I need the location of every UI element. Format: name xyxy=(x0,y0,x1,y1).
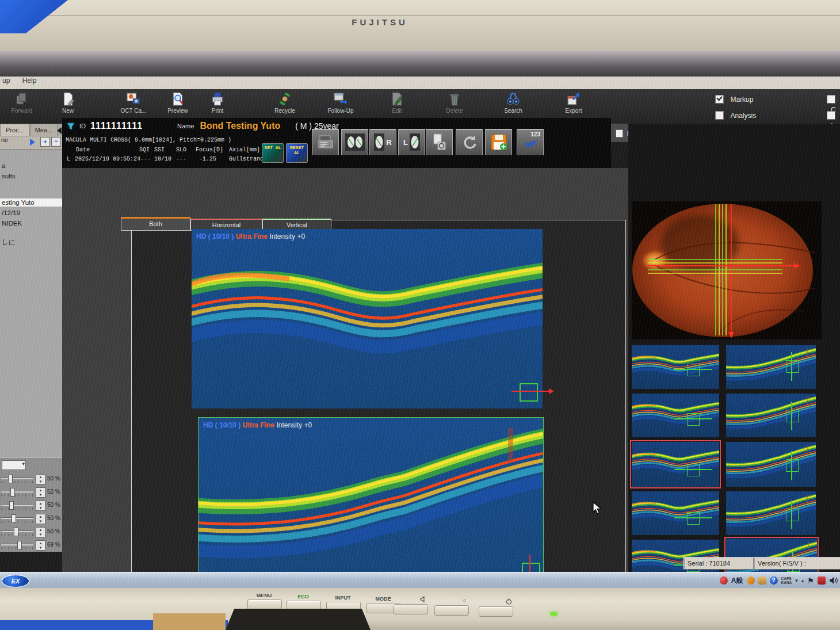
sidebar-item[interactable]: しに xyxy=(0,238,64,247)
zoom-slider-handle[interactable] xyxy=(8,475,13,483)
delete-button[interactable]: Delete xyxy=(434,91,475,114)
oct-thumbnail[interactable] xyxy=(632,394,719,437)
monitor-brightness-button[interactable] xyxy=(434,605,469,616)
tree-collapse-button[interactable]: − xyxy=(51,137,61,147)
report-printer-icon xyxy=(317,134,334,150)
search-button[interactable]: Search xyxy=(492,91,534,114)
counter-button[interactable]: 123 xyxy=(517,129,544,155)
zoom-spinner[interactable]: ▲▼ xyxy=(36,501,45,511)
oct-thumbnail-selected-horizontal[interactable] xyxy=(632,442,719,487)
new-button[interactable]: New xyxy=(47,91,89,114)
oct-capture-button[interactable]: OCT Ca... xyxy=(113,91,154,114)
volume-icon[interactable] xyxy=(829,576,838,585)
markup-checkbox[interactable] xyxy=(715,95,724,104)
oct-thumbnail[interactable] xyxy=(632,491,719,535)
menu-item-help[interactable]: Help xyxy=(22,77,37,85)
sidebar-item[interactable]: /12/19 xyxy=(0,209,64,217)
fundus-photo[interactable] xyxy=(632,201,822,339)
zoom-slider-handle[interactable] xyxy=(17,541,22,549)
forward-button[interactable]: Forward xyxy=(1,91,43,114)
oct-thumbnail[interactable] xyxy=(726,491,816,535)
tab-both[interactable]: Both xyxy=(121,217,190,231)
zoom-spinner[interactable]: ▲▼ xyxy=(36,540,45,551)
expand-arrow-icon[interactable] xyxy=(30,139,35,146)
sidebar-item-selected[interactable]: esting Yuto xyxy=(0,198,64,207)
monitor-top-bezel: FUJITSU xyxy=(0,0,840,51)
tray-monitor-icon[interactable] xyxy=(818,576,826,585)
zoom-slider-handle[interactable] xyxy=(12,514,16,523)
col-sqi: SQI xyxy=(139,147,150,153)
patient-name-label: Name xyxy=(177,123,194,129)
sidebar-item[interactable]: sults xyxy=(0,172,64,180)
ime-mode-indicator[interactable]: A般 xyxy=(731,576,743,586)
layout-report-button[interactable] xyxy=(426,129,453,155)
scan-axial: Gullstrand xyxy=(229,156,264,162)
zoom-row: ▲▼ 50 % xyxy=(0,513,62,525)
language-flag-icon[interactable]: ⚑ xyxy=(807,576,814,585)
zoom-spinner[interactable]: ▲▼ xyxy=(36,514,45,524)
scan-focus: -1.25 xyxy=(199,156,216,162)
ime-tool-icon[interactable] xyxy=(747,576,755,585)
interlock-checkbox[interactable] xyxy=(616,129,623,138)
zoom-slider[interactable] xyxy=(1,517,33,519)
tray-app-icon[interactable] xyxy=(720,576,728,585)
monitor-brand-logo: FUJITSU xyxy=(0,17,759,27)
oct-scan-horizontal[interactable]: HD ( 10/10 ) Ultra Fine Intensity +0 xyxy=(192,229,543,408)
export-button[interactable]: Export xyxy=(553,91,594,114)
trash-icon xyxy=(434,91,475,106)
zoom-spinner[interactable]: ▲▼ xyxy=(36,487,45,498)
zoom-slider-handle[interactable] xyxy=(10,488,15,497)
print-button[interactable]: Print xyxy=(197,91,238,114)
ime-pad-icon[interactable] xyxy=(758,576,766,585)
both-eyes-button[interactable] xyxy=(341,129,368,155)
zoom-slider-handle[interactable] xyxy=(14,528,18,536)
tray-expand-arrow[interactable]: ▴ xyxy=(801,578,804,583)
report-tool-button[interactable] xyxy=(312,129,339,155)
set-al-button[interactable]: SET AL xyxy=(262,143,284,163)
analysis-checkbox[interactable] xyxy=(715,111,724,120)
oct-scan-vertical[interactable]: HD ( 10/10 ) Ultra Fine Intensity +0 xyxy=(198,417,544,588)
oct-thumbnail[interactable] xyxy=(632,345,719,389)
oct-thumbnail[interactable] xyxy=(726,345,816,389)
save-button[interactable] xyxy=(485,129,512,155)
layout-report-icon xyxy=(432,133,447,151)
zoom-preset-dropdown[interactable] xyxy=(2,460,26,470)
zoom-slider[interactable] xyxy=(1,478,33,479)
ime-menu-arrow[interactable]: ▾ xyxy=(795,578,798,583)
left-sidebar: Proc... Mea... ne + − a sults esting Yut… xyxy=(0,124,62,457)
scan1-position-marker[interactable] xyxy=(520,383,538,402)
monitor-volume-button[interactable] xyxy=(394,604,428,614)
sidebar-tab-proc[interactable]: Proc... xyxy=(0,124,30,136)
edit-button[interactable]: Edit xyxy=(376,91,418,114)
export-arrow-icon xyxy=(553,91,594,106)
oct-thumbnail[interactable] xyxy=(726,442,816,487)
oct-thumbnail[interactable] xyxy=(726,394,816,437)
menu-item-up[interactable]: up xyxy=(2,77,10,85)
zoom-spinner[interactable]: ▲▼ xyxy=(36,474,45,484)
navis-ex-taskbar-button[interactable]: EX xyxy=(2,575,29,587)
patient-id-value: 1111111111 xyxy=(90,121,143,131)
rotate-button[interactable] xyxy=(456,129,483,155)
sidebar-item[interactable]: NIDEK xyxy=(0,219,64,227)
zoom-slider[interactable] xyxy=(1,504,33,506)
monitor-power-icon xyxy=(492,598,525,606)
ime-help-icon[interactable]: ? xyxy=(770,576,778,585)
sidebar-item[interactable]: a xyxy=(0,162,64,170)
zoom-slider[interactable] xyxy=(1,491,33,492)
monitor-power-button[interactable] xyxy=(479,606,513,617)
filter-funnel-icon[interactable] xyxy=(67,122,75,130)
left-eye-button[interactable]: L xyxy=(398,129,425,155)
sidebar-tab-mea[interactable]: Mea... xyxy=(30,124,58,136)
follow-up-button[interactable]: Follow-Up xyxy=(320,91,361,114)
sidebar-collapse-arrow[interactable] xyxy=(57,127,62,134)
tree-expand-button[interactable]: + xyxy=(40,137,50,147)
zoom-spinner[interactable]: ▲▼ xyxy=(36,527,45,537)
zoom-slider-handle[interactable] xyxy=(9,501,14,510)
reset-al-button[interactable]: RESET AL xyxy=(286,143,308,163)
right-eye-button[interactable]: R xyxy=(369,129,396,155)
scan1-label: HD ( 10/10 ) Ultra Fine Intensity +0 xyxy=(196,232,305,240)
preview-button[interactable]: Preview xyxy=(157,91,198,114)
patient-id-label: ID xyxy=(79,123,86,129)
recycle-button[interactable]: Recycle xyxy=(264,91,306,114)
monitor-menu-button[interactable] xyxy=(247,600,282,610)
